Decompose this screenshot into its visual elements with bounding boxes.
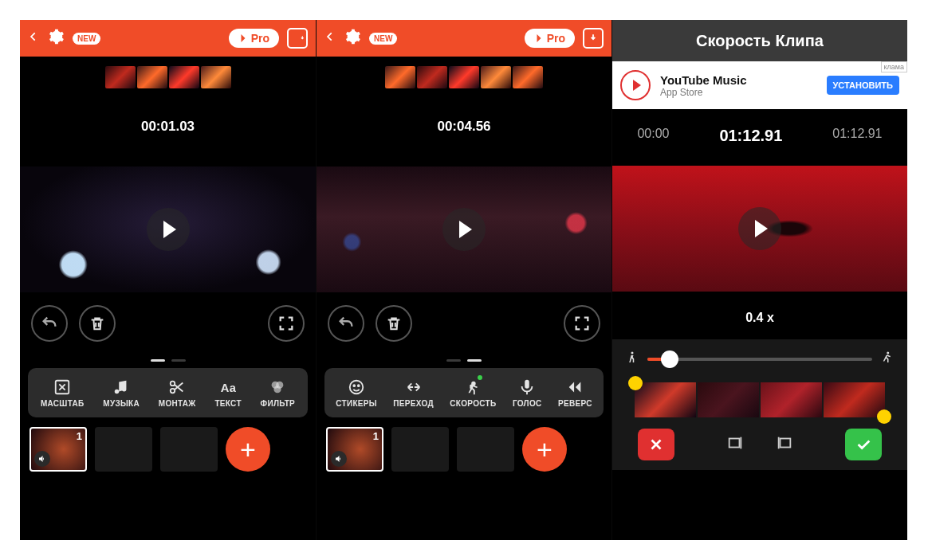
time-main: 01:12.91 bbox=[719, 127, 782, 145]
clips-row: 1 + bbox=[20, 417, 316, 472]
install-button[interactable]: УСТАНОВИТЬ bbox=[827, 76, 899, 95]
toolbar: МАСШТАБ МУЗЫКА МОНТАЖ Aa ТЕКСТ ФИЛЬТР bbox=[28, 368, 308, 417]
svg-point-11 bbox=[887, 352, 889, 354]
trim-end-icon[interactable] bbox=[776, 434, 793, 455]
tool-scale[interactable]: МАСШТАБ bbox=[41, 378, 85, 408]
tool-filter[interactable]: ФИЛЬТР bbox=[261, 378, 296, 408]
filmstrip[interactable] bbox=[317, 57, 611, 92]
play-button[interactable] bbox=[147, 208, 190, 251]
back-button[interactable] bbox=[324, 28, 336, 49]
tool-montage[interactable]: МОНТАЖ bbox=[159, 378, 196, 408]
back-button[interactable] bbox=[28, 28, 39, 49]
tool-text[interactable]: Aa ТЕКСТ bbox=[214, 378, 241, 408]
play-button[interactable] bbox=[738, 207, 781, 250]
clip-number: 1 bbox=[373, 430, 379, 442]
add-clip-button[interactable]: + bbox=[226, 427, 270, 472]
speed-panel: Скорость Клипа YouTube Music App Store У… bbox=[611, 20, 907, 540]
page-dots[interactable] bbox=[317, 359, 611, 362]
tool-music[interactable]: МУЗЫКА bbox=[103, 378, 140, 408]
svg-point-10 bbox=[631, 352, 634, 354]
clip-empty[interactable] bbox=[160, 427, 218, 472]
export-button[interactable] bbox=[583, 28, 604, 49]
cancel-button[interactable] bbox=[638, 429, 674, 460]
handle-right[interactable] bbox=[877, 409, 891, 424]
export-button[interactable] bbox=[287, 28, 308, 49]
clip-1[interactable]: 1 bbox=[326, 427, 383, 472]
ad-title: YouTube Music bbox=[660, 73, 817, 87]
fast-icon bbox=[880, 350, 895, 368]
screen-title: Скорость Клипа bbox=[696, 32, 824, 50]
speed-value: 0.4 x bbox=[612, 311, 907, 325]
speed-strip[interactable] bbox=[625, 382, 895, 417]
play-button[interactable] bbox=[442, 208, 486, 251]
clip-1[interactable]: 1 bbox=[29, 427, 87, 472]
add-clip-button[interactable]: + bbox=[522, 427, 567, 472]
tool-voice[interactable]: ГОЛОС bbox=[513, 378, 542, 408]
tool-reverse[interactable]: РЕВЕРС bbox=[558, 378, 592, 408]
time-row: 00:00 01:12.91 01:12.91 bbox=[612, 127, 907, 145]
svg-point-7 bbox=[350, 380, 364, 394]
youtube-music-icon bbox=[620, 70, 651, 100]
tool-speed[interactable]: СКОРОСТЬ bbox=[450, 378, 496, 408]
delete-button[interactable] bbox=[79, 305, 116, 342]
filmstrip[interactable] bbox=[20, 57, 316, 92]
editor-panel-1: NEW Pro 00:01.03 bbox=[20, 20, 316, 540]
pro-label: Pro bbox=[547, 32, 565, 45]
tool-transition[interactable]: ПЕРЕХОД bbox=[393, 378, 433, 408]
slow-icon bbox=[625, 350, 639, 368]
video-preview[interactable] bbox=[20, 166, 316, 292]
undo-button[interactable] bbox=[328, 305, 364, 342]
timecode: 00:04.56 bbox=[317, 119, 611, 135]
delete-button[interactable] bbox=[376, 305, 412, 342]
controls-row bbox=[20, 292, 316, 342]
ad-badge: клама bbox=[881, 61, 908, 72]
fullscreen-button[interactable] bbox=[564, 305, 600, 342]
ad-banner[interactable]: YouTube Music App Store УСТАНОВИТЬ клама bbox=[612, 61, 907, 109]
speed-controls bbox=[612, 339, 907, 470]
confirm-button[interactable] bbox=[845, 429, 882, 460]
topbar: NEW Pro bbox=[20, 20, 316, 57]
timecode: 00:01.03 bbox=[20, 119, 316, 135]
svg-point-8 bbox=[353, 385, 355, 386]
controls-row bbox=[317, 292, 611, 342]
pro-label: Pro bbox=[251, 32, 269, 45]
clip-empty[interactable] bbox=[457, 427, 514, 472]
speed-slider[interactable] bbox=[647, 358, 872, 361]
svg-rect-12 bbox=[729, 439, 740, 448]
topbar: NEW Pro bbox=[317, 20, 611, 57]
tool-stickers[interactable]: СТИКЕРЫ bbox=[336, 378, 377, 408]
editor-panel-2: NEW Pro 00:04.56 bbox=[316, 20, 611, 540]
sound-icon bbox=[34, 451, 50, 467]
trim-start-icon[interactable] bbox=[726, 434, 744, 455]
ad-subtitle: App Store bbox=[660, 87, 817, 98]
video-preview[interactable] bbox=[317, 166, 611, 292]
svg-rect-13 bbox=[781, 439, 791, 448]
svg-point-6 bbox=[274, 386, 281, 393]
fullscreen-button[interactable] bbox=[268, 305, 305, 342]
settings-icon[interactable] bbox=[344, 28, 361, 49]
action-row bbox=[625, 417, 895, 460]
page-dots[interactable] bbox=[20, 359, 316, 362]
clips-row: 1 + bbox=[317, 417, 611, 472]
new-badge: NEW bbox=[73, 33, 100, 45]
pro-button[interactable]: Pro bbox=[525, 29, 575, 48]
slider-knob[interactable] bbox=[661, 350, 678, 368]
undo-button[interactable] bbox=[31, 305, 68, 342]
video-preview[interactable] bbox=[612, 166, 907, 292]
clip-empty[interactable] bbox=[391, 427, 449, 472]
handle-left[interactable] bbox=[628, 376, 643, 390]
pro-button[interactable]: Pro bbox=[229, 29, 279, 48]
title-bar: Скорость Клипа bbox=[612, 20, 907, 61]
clip-empty[interactable] bbox=[95, 427, 152, 472]
sound-icon bbox=[331, 451, 347, 467]
new-badge: NEW bbox=[369, 33, 397, 45]
toolbar: СТИКЕРЫ ПЕРЕХОД СКОРОСТЬ ГОЛОС РЕВЕРС bbox=[324, 368, 604, 417]
clip-number: 1 bbox=[77, 430, 82, 442]
settings-icon[interactable] bbox=[47, 28, 65, 49]
svg-point-9 bbox=[358, 385, 360, 386]
time-start: 00:00 bbox=[637, 127, 669, 145]
time-end: 01:12.91 bbox=[832, 127, 882, 145]
svg-text:Aa: Aa bbox=[221, 381, 237, 394]
